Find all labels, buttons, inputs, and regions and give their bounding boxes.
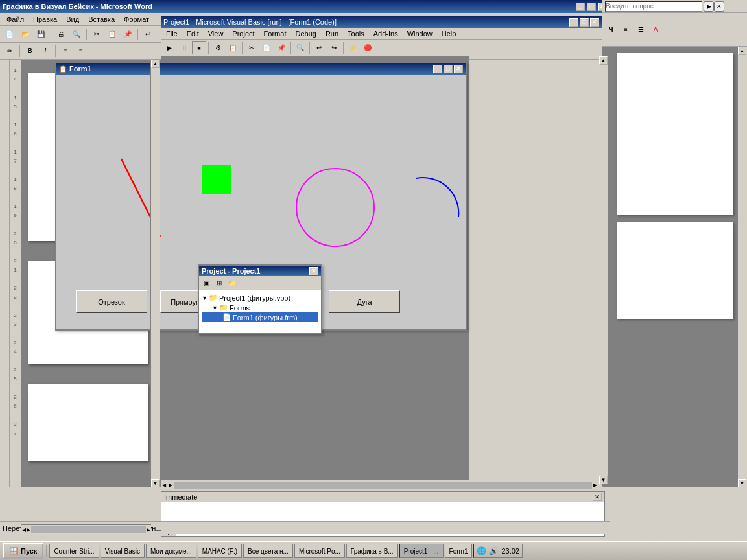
task-visualbasic[interactable]: Visual Basic: [101, 544, 145, 558]
vb-tb-redo[interactable]: ↪: [327, 41, 341, 54]
menu-view[interactable]: Вид: [62, 14, 83, 25]
vb-tb-paste[interactable]: 📌: [274, 41, 289, 54]
start-button[interactable]: 🪟 Пуск: [3, 543, 43, 559]
vb-menu-view[interactable]: View: [204, 29, 228, 39]
word-scroll-end-btn[interactable]: ▶: [147, 527, 150, 533]
vb-menu-file[interactable]: File: [162, 29, 182, 39]
proj-tb-1[interactable]: ▣: [200, 277, 212, 289]
form1-maximize-btn[interactable]: □: [444, 65, 453, 73]
vb-menu-run[interactable]: Run: [322, 29, 342, 39]
menu-insert[interactable]: Вставка: [84, 14, 119, 25]
word-scroll-right-btn[interactable]: ▶: [27, 527, 30, 533]
svg-rect-1: [202, 165, 231, 194]
right-doc-area: [602, 47, 747, 487]
project-root-item[interactable]: ▼ 📁 Project1 (фигуры.vbp): [202, 293, 318, 303]
vb-tb-undo[interactable]: ↩: [312, 41, 326, 54]
preview-btn[interactable]: 🔍: [69, 28, 84, 41]
vb-scroll-right-btn[interactable]: ▶: [167, 482, 174, 488]
vb-scroll-left-btn[interactable]: ◀: [161, 482, 167, 488]
vb-scroll-down-btn[interactable]: ▼: [599, 476, 608, 484]
word-minimize-btn[interactable]: _: [576, 3, 585, 11]
align-left[interactable]: ≡: [58, 45, 73, 58]
bold-btn[interactable]: B: [23, 45, 37, 58]
vb-scroll-up-btn[interactable]: ▲: [599, 56, 608, 65]
vb-menu-debug[interactable]: Debug: [291, 29, 320, 39]
copy-btn[interactable]: 📋: [105, 28, 119, 41]
proj-tb-2[interactable]: ⊞: [213, 277, 225, 289]
vb-close-btn[interactable]: ✕: [590, 18, 599, 27]
vb-minimize-btn[interactable]: _: [569, 18, 578, 27]
align-rt-btn[interactable]: ≡: [619, 23, 633, 36]
vb-stop-btn[interactable]: ■: [192, 41, 206, 54]
proj-tb-3[interactable]: 📁: [226, 277, 238, 289]
project-form1-item[interactable]: 📄 Form1 (фигуры.frm): [202, 312, 318, 322]
vb-menu-tools[interactable]: Tools: [344, 29, 368, 39]
vb-menu-window[interactable]: Window: [403, 29, 436, 39]
right-search-area: ▶ ✕: [602, 0, 747, 13]
immediate-close-btn[interactable]: ✕: [593, 493, 602, 501]
right-scrollbar[interactable]: ▲ ▼: [737, 47, 747, 487]
task-form1[interactable]: Form1: [445, 544, 473, 558]
word-scrollbar-v[interactable]: ▲ ▼: [150, 60, 160, 487]
vb-scroll-end-btn[interactable]: ▶: [592, 482, 599, 488]
vb-menu-addins[interactable]: Add-Ins: [370, 29, 402, 39]
word-scrollbar-h[interactable]: ◀ ▶ ▶: [21, 524, 151, 534]
search-input[interactable]: [605, 1, 702, 12]
align-center[interactable]: ≡: [74, 45, 88, 58]
word-scroll-down-btn[interactable]: ▼: [151, 479, 160, 487]
task-project1[interactable]: Project1 - ...: [399, 544, 444, 558]
print-btn[interactable]: 🖨: [54, 28, 68, 41]
menu-format[interactable]: Формат: [120, 14, 153, 25]
project-expand-icon: ▼: [202, 295, 208, 301]
cut-btn[interactable]: ✂: [89, 28, 104, 41]
open-btn[interactable]: 📂: [18, 28, 32, 41]
vb-scrollbar-v[interactable]: ▲ ▼: [599, 56, 608, 484]
word-scroll-up-btn[interactable]: ▲: [151, 60, 160, 68]
vb-menu-help[interactable]: Help: [438, 29, 460, 39]
task-mydocs[interactable]: Мои докуме...: [146, 544, 196, 558]
vb-tb-copy[interactable]: 📄: [259, 41, 274, 54]
scroll-up-btn[interactable]: ▲: [738, 47, 746, 55]
word-maximize-btn[interactable]: □: [587, 3, 596, 11]
italic-btn[interactable]: I: [38, 45, 53, 58]
task-grafika[interactable]: Графика в В...: [346, 544, 398, 558]
list-rt-btn[interactable]: ☰: [634, 23, 648, 36]
form1-minimize-btn[interactable]: _: [433, 65, 442, 73]
task-counterstrike[interactable]: Counter-Stri...: [49, 544, 99, 558]
task-vsecveta[interactable]: Все цвета н...: [243, 544, 293, 558]
paste-btn[interactable]: 📌: [121, 28, 135, 41]
vb-tb-4[interactable]: ⚙: [211, 41, 225, 54]
project-close-btn[interactable]: ✕: [309, 267, 318, 275]
bold-rt-btn[interactable]: Ч: [604, 23, 618, 36]
task-manas[interactable]: МАНАС (F:): [198, 544, 242, 558]
vb-menu-format[interactable]: Format: [260, 29, 290, 39]
vb-maximize-btn[interactable]: □: [580, 18, 589, 27]
menu-file[interactable]: Файл: [3, 14, 28, 25]
scroll-down-btn[interactable]: ▼: [738, 479, 746, 487]
menu-edit[interactable]: Правка: [29, 14, 61, 25]
search-btn[interactable]: ▶: [704, 1, 714, 12]
task-mspo[interactable]: Microsoft Po...: [294, 544, 345, 558]
vb-tb-cut[interactable]: ✂: [244, 41, 259, 54]
btn-otrezok[interactable]: Отрезок: [76, 290, 147, 313]
vb-menu-edit[interactable]: Edit: [183, 29, 203, 39]
vb-tb-find[interactable]: 🔍: [293, 41, 307, 54]
color-rt-btn[interactable]: A: [648, 23, 663, 36]
undo-btn[interactable]: ↩: [141, 28, 155, 41]
vb-tb-2[interactable]: ⏸: [177, 41, 191, 54]
form1-close-btn[interactable]: ✕: [454, 65, 463, 73]
search-close-btn[interactable]: ✕: [714, 1, 724, 12]
btn-duga[interactable]: Дуга: [329, 290, 400, 313]
vb-tb-5[interactable]: 📋: [226, 41, 240, 54]
project-forms-item[interactable]: ▼ 📁 Forms: [202, 303, 318, 312]
vb-scrollbar-h[interactable]: ◀ ▶ ▶: [161, 480, 599, 489]
right-doc-page-2: [617, 222, 733, 319]
vb-tb-1[interactable]: ▶: [162, 41, 176, 54]
vb-menu-project[interactable]: Project: [228, 29, 258, 39]
save-btn[interactable]: 💾: [34, 28, 48, 41]
vb-tb-brk[interactable]: 🔴: [361, 41, 375, 54]
new-btn[interactable]: 📄: [3, 28, 17, 41]
drawing-btn[interactable]: ✏: [3, 45, 17, 58]
vb-tb-cmp[interactable]: ⚡: [346, 41, 360, 54]
word-scroll-left-btn[interactable]: ◀: [22, 527, 26, 533]
